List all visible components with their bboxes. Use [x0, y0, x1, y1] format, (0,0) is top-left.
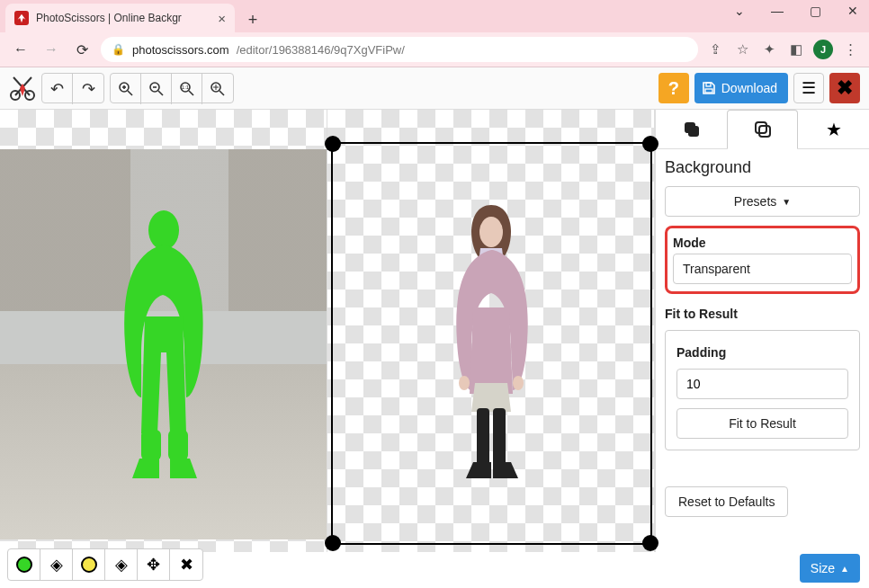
move-icon: ✥ [147, 555, 160, 575]
reset-defaults-button[interactable]: Reset to Defaults [665, 486, 788, 517]
undo-button[interactable]: ↶ [42, 74, 73, 104]
tab-favorites[interactable]: ★ [798, 110, 869, 148]
marker-toolbar: ◈ ◈ ✥ ✖ [7, 548, 203, 581]
redo-button[interactable]: ↷ [73, 74, 103, 104]
extensions-icon[interactable]: ✦ [759, 40, 779, 59]
app-logo-icon [9, 75, 36, 102]
svg-text:1:1: 1:1 [181, 85, 189, 90]
close-window-icon[interactable]: ✕ [844, 4, 862, 18]
add-background-marker[interactable] [73, 549, 105, 580]
size-label: Size [811, 561, 835, 575]
foreground-mask-icon [105, 209, 222, 505]
svg-point-27 [513, 376, 524, 390]
undo-redo-group: ↶ ↷ [41, 73, 104, 103]
yellow-circle-icon [81, 557, 97, 573]
svg-rect-18 [706, 83, 711, 86]
lock-icon: 🔒 [112, 43, 125, 56]
source-canvas[interactable] [0, 110, 327, 552]
erase-background-marker[interactable]: ◈ [105, 549, 138, 580]
add-foreground-marker[interactable] [8, 549, 40, 580]
fit-to-result-button[interactable]: Fit to Result [676, 408, 848, 439]
sidepanel-icon[interactable]: ◧ [786, 40, 806, 59]
tab-foreground[interactable] [656, 110, 727, 148]
favicon-icon [14, 11, 29, 25]
bookmark-star-icon[interactable]: ☆ [732, 40, 752, 59]
panel-tabs: ★ [656, 110, 869, 149]
download-button[interactable]: Download [694, 73, 788, 103]
back-button[interactable]: ← [9, 38, 32, 61]
svg-rect-21 [141, 430, 161, 460]
foreground-tab-icon [682, 120, 702, 139]
eraser-icon: ◈ [115, 555, 128, 575]
app-toolbar: ↶ ↷ 1:1 ? Download ☰ ✖ [0, 67, 869, 110]
url-input[interactable]: 🔒 photoscissors.com/editor/196388146/9q7… [101, 37, 698, 62]
crop-handle-bl[interactable] [325, 535, 341, 551]
svg-rect-25 [493, 408, 506, 466]
chevron-down-icon[interactable]: ⌄ [730, 4, 748, 18]
fit-title: Fit to Result [665, 307, 860, 321]
url-path: /editor/196388146/9q7XgVFiPw/ [237, 43, 405, 57]
crop-handle-tr[interactable] [642, 136, 658, 152]
presets-label: Presets [734, 194, 776, 209]
erase-foreground-marker[interactable]: ◈ [40, 549, 73, 580]
zoom-in-button[interactable] [111, 74, 141, 104]
maximize-icon[interactable]: ▢ [806, 4, 824, 18]
result-canvas[interactable] [327, 110, 655, 552]
move-tool[interactable]: ✥ [138, 549, 170, 580]
reload-button[interactable]: ⟳ [70, 38, 94, 61]
svg-rect-30 [756, 122, 766, 133]
hamburger-menu-button[interactable]: ☰ [793, 73, 824, 103]
kebab-menu-icon[interactable]: ⋮ [840, 40, 860, 59]
mode-select[interactable]: Transparent [673, 254, 852, 284]
tab-close-icon[interactable]: × [218, 11, 226, 26]
caret-down-icon: ▼ [782, 197, 791, 207]
svg-line-5 [128, 91, 132, 95]
padding-label: Padding [676, 345, 848, 360]
panel-body: Background Presets ▼ Mode Transparent Fi… [656, 149, 869, 526]
workspace: ★ Background Presets ▼ Mode Transparent … [0, 110, 869, 552]
download-label: Download [721, 81, 777, 95]
svg-rect-19 [705, 89, 712, 93]
zoom-fit-button[interactable]: 1:1 [172, 74, 202, 104]
panel-title: Background [665, 158, 860, 177]
svg-rect-29 [688, 126, 699, 137]
size-button[interactable]: Size ▲ [800, 554, 860, 583]
svg-line-9 [158, 91, 163, 95]
mode-label: Mode [673, 236, 852, 250]
svg-line-12 [189, 91, 193, 95]
svg-rect-22 [168, 430, 188, 460]
eraser-icon: ◈ [50, 555, 63, 575]
caret-up-icon: ▲ [840, 564, 849, 574]
crop-handle-br[interactable] [642, 535, 658, 551]
forward-button[interactable]: → [40, 38, 63, 61]
presets-dropdown[interactable]: Presets ▼ [665, 186, 860, 217]
cutout-preview-icon [437, 200, 545, 505]
padding-input[interactable] [676, 369, 848, 399]
svg-point-23 [479, 217, 503, 247]
zoom-group: 1:1 [110, 73, 234, 103]
help-button[interactable]: ? [658, 73, 689, 103]
close-editor-button[interactable]: ✖ [829, 73, 860, 103]
background-tab-icon [753, 120, 773, 139]
star-icon: ★ [826, 119, 842, 140]
zoom-actual-button[interactable] [202, 74, 233, 104]
mode-value: Transparent [683, 262, 750, 276]
minimize-icon[interactable]: — [768, 4, 786, 18]
svg-point-26 [459, 376, 470, 390]
svg-rect-24 [477, 408, 489, 466]
green-circle-icon [16, 557, 32, 573]
url-host: photoscissors.com [132, 43, 229, 57]
clear-markers[interactable]: ✖ [170, 549, 202, 580]
new-tab-button[interactable]: + [240, 7, 265, 32]
svg-point-20 [148, 210, 179, 250]
svg-line-15 [219, 91, 224, 95]
share-icon[interactable]: ⇪ [705, 40, 725, 59]
zoom-out-button[interactable] [141, 74, 172, 104]
profile-avatar[interactable]: J [813, 40, 833, 59]
crop-handle-tl[interactable] [325, 136, 341, 152]
tab-background[interactable] [727, 110, 798, 149]
browser-tab[interactable]: PhotoScissors | Online Backgr × [5, 4, 235, 32]
svg-rect-31 [759, 126, 770, 137]
mode-highlight-box: Mode Transparent [665, 226, 860, 294]
tab-title: PhotoScissors | Online Backgr [36, 12, 211, 24]
